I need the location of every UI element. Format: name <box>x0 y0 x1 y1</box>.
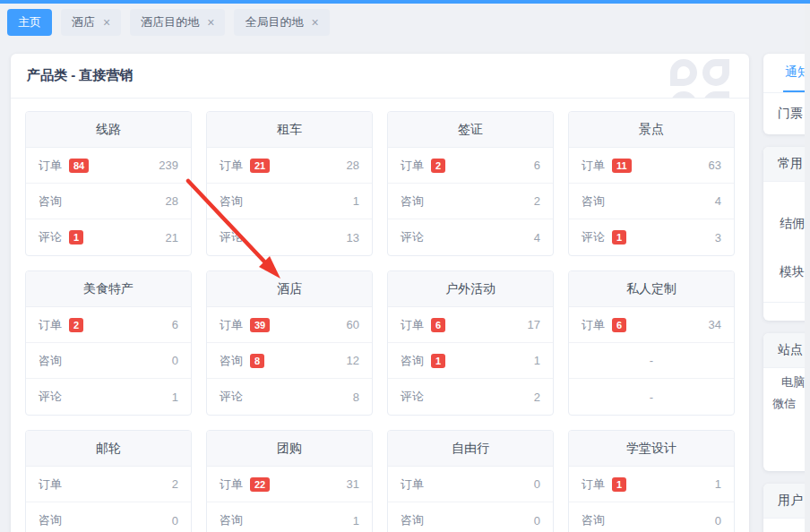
row-value: 13 <box>347 231 359 245</box>
card-row[interactable]: - <box>569 379 734 415</box>
user-card-header: 用户 <box>763 484 810 519</box>
logo-shape-icon <box>702 59 729 86</box>
card-row[interactable]: 评论2 <box>388 379 553 415</box>
count-badge: 8 <box>250 354 264 368</box>
card-row[interactable]: 咨询28 <box>26 184 191 219</box>
card-row[interactable]: 咨询11 <box>388 343 553 379</box>
page-title: 产品类 - 直接营销 <box>27 67 133 84</box>
card-row[interactable]: 订单617 <box>388 307 553 343</box>
site-card-header: 站点 <box>763 333 810 368</box>
card-row[interactable]: 咨询0 <box>569 502 734 532</box>
card-row[interactable]: 订单1163 <box>569 148 734 184</box>
card-row[interactable]: 订单634 <box>569 307 734 343</box>
row-value: 28 <box>347 159 359 172</box>
row-label: 评论 <box>220 389 243 405</box>
row-value: 6 <box>172 318 178 331</box>
card-row[interactable]: 评论4 <box>388 219 553 255</box>
row-value: 21 <box>166 231 178 245</box>
row-label: 订单 <box>220 476 243 493</box>
row-value: 0 <box>534 514 540 528</box>
tab-1[interactable]: 主页 <box>7 9 52 36</box>
count-badge: 22 <box>250 477 270 492</box>
card-row[interactable]: 订单2 <box>26 467 191 502</box>
card-row[interactable]: 评论8 <box>207 379 372 415</box>
tab-close-icon[interactable]: × <box>207 16 214 29</box>
row-label: 订单 <box>582 158 605 174</box>
top-accent-bar <box>0 0 810 4</box>
card-row[interactable]: 订单84239 <box>26 148 191 184</box>
site-item-pc[interactable]: 电脑 <box>763 374 810 390</box>
tab-2[interactable]: 酒店× <box>61 9 121 36</box>
product-card: 学堂设计订单11咨询0 <box>568 430 735 532</box>
row-value: 1 <box>353 514 359 528</box>
row-value: 0 <box>534 477 540 491</box>
count-badge: 1 <box>612 477 626 492</box>
card-title: 签证 <box>388 112 553 148</box>
right-sidebar: 通知 门票 常用 结佣 模块 站点 电脑 微信 用户 <box>763 54 810 532</box>
notice-item-tickets[interactable]: 门票 <box>763 93 810 134</box>
card-row[interactable]: 咨询0 <box>26 343 191 379</box>
tab-close-icon[interactable]: × <box>103 16 110 29</box>
card-row[interactable]: 咨询1 <box>207 502 372 532</box>
card-row[interactable]: 订单26 <box>388 148 553 184</box>
count-badge: 39 <box>250 318 270 332</box>
card-row[interactable]: 订单26 <box>26 307 191 343</box>
card-row[interactable]: 订单3960 <box>207 307 372 343</box>
card-row[interactable]: 评论1 <box>26 379 191 415</box>
product-card: 线路订单84239咨询28评论121 <box>25 111 192 256</box>
card-row[interactable]: 评论13 <box>207 219 372 255</box>
card-title: 学堂设计 <box>569 431 734 467</box>
site-card: 站点 电脑 微信 <box>763 333 810 471</box>
tab-4[interactable]: 全局目的地× <box>234 9 329 36</box>
tab-label: 主页 <box>18 14 41 30</box>
tab-close-icon[interactable]: × <box>311 16 318 29</box>
tab-3[interactable]: 酒店目的地× <box>130 9 225 36</box>
site-item-wechat[interactable]: 微信 <box>763 396 810 412</box>
tab-label: 酒店目的地 <box>141 14 199 30</box>
row-value: 1 <box>534 354 540 367</box>
count-badge: 1 <box>69 230 83 245</box>
card-row[interactable]: - <box>569 343 734 379</box>
card-row[interactable]: 评论13 <box>569 219 734 255</box>
vertical-scrollbar[interactable] <box>805 4 810 532</box>
card-row[interactable]: 咨询0 <box>26 502 191 532</box>
card-row[interactable]: 咨询812 <box>207 343 372 379</box>
row-label: 订单 <box>401 476 424 493</box>
common-item-commission[interactable]: 结佣 <box>763 216 810 232</box>
common-item-modules[interactable]: 模块 <box>763 264 810 280</box>
tab-bar: 主页酒店×酒店目的地×全局目的地× <box>7 9 330 36</box>
card-row[interactable]: 订单2128 <box>207 148 372 184</box>
row-label: 订单 <box>39 158 62 174</box>
count-badge: 1 <box>431 354 445 368</box>
row-label: 评论 <box>401 229 424 245</box>
product-card: 自由行订单0咨询0 <box>387 430 554 532</box>
notice-tabs: 通知 <box>763 54 810 93</box>
count-badge: 11 <box>612 159 632 173</box>
tab-label: 酒店 <box>72 14 95 30</box>
row-label: 订单 <box>220 158 243 174</box>
product-card: 户外活动订单617咨询11评论2 <box>387 270 554 416</box>
card-row[interactable]: 评论121 <box>26 219 191 255</box>
card-row[interactable]: 订单2231 <box>207 467 372 502</box>
row-value: 239 <box>159 159 178 172</box>
row-label: 评论 <box>401 389 424 405</box>
card-title: 邮轮 <box>26 431 191 467</box>
card-row[interactable]: 咨询1 <box>207 184 372 219</box>
product-card: 团购订单2231咨询1 <box>206 430 373 532</box>
row-label: 订单 <box>401 317 424 333</box>
row-value: 2 <box>534 390 540 404</box>
product-card: 租车订单2128咨询1评论13 <box>206 111 373 256</box>
row-label: 订单 <box>582 317 605 333</box>
product-card: 美食特产订单26咨询0评论1 <box>25 270 192 416</box>
card-row[interactable]: 咨询2 <box>388 184 553 219</box>
main-panel: 产品类 - 直接营销 线路订单84239咨询28评论121租车订单2128咨询1… <box>11 54 749 532</box>
row-value: 2 <box>172 477 178 491</box>
card-title: 户外活动 <box>388 271 553 307</box>
row-label: 咨询 <box>39 512 62 528</box>
card-row[interactable]: 咨询0 <box>388 502 553 532</box>
row-value: - <box>650 354 653 367</box>
card-row[interactable]: 订单0 <box>388 467 553 502</box>
card-row[interactable]: 咨询4 <box>569 184 734 219</box>
row-value: 17 <box>528 318 540 331</box>
card-row[interactable]: 订单11 <box>569 467 734 502</box>
